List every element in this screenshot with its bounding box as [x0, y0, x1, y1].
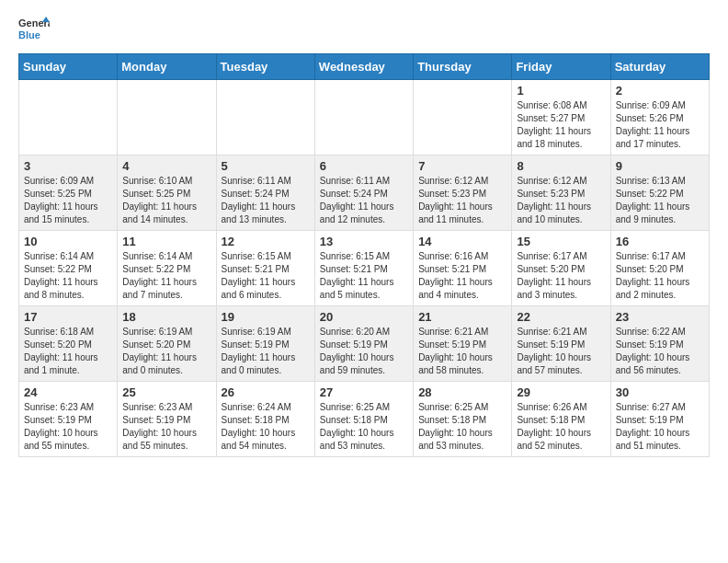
day-detail: Sunrise: 6:25 AM Sunset: 5:18 PM Dayligh…: [418, 401, 506, 453]
day-number: 2: [616, 84, 704, 98]
day-number: 19: [222, 310, 310, 324]
day-number: 20: [320, 310, 408, 324]
calendar-table: SundayMondayTuesdayWednesdayThursdayFrid…: [18, 53, 710, 457]
day-detail: Sunrise: 6:19 AM Sunset: 5:19 PM Dayligh…: [222, 326, 310, 377]
calendar-week-row: 1Sunrise: 6:08 AM Sunset: 5:27 PM Daylig…: [19, 80, 710, 155]
calendar-cell: 22Sunrise: 6:21 AM Sunset: 5:19 PM Dayli…: [512, 306, 610, 382]
day-detail: Sunrise: 6:21 AM Sunset: 5:19 PM Dayligh…: [517, 326, 605, 377]
calendar-cell: [19, 80, 118, 155]
calendar-cell: 2Sunrise: 6:09 AM Sunset: 5:26 PM Daylig…: [610, 80, 709, 155]
day-detail: Sunrise: 6:09 AM Sunset: 5:26 PM Dayligh…: [616, 99, 704, 151]
day-number: 15: [517, 235, 605, 248]
day-detail: Sunrise: 6:09 AM Sunset: 5:25 PM Dayligh…: [24, 175, 112, 226]
day-number: 6: [320, 159, 408, 173]
weekday-header-monday: Monday: [118, 54, 216, 80]
day-number: 10: [24, 235, 112, 248]
calendar-cell: 7Sunrise: 6:12 AM Sunset: 5:23 PM Daylig…: [414, 155, 512, 231]
calendar-week-row: 24Sunrise: 6:23 AM Sunset: 5:19 PM Dayli…: [19, 382, 710, 457]
day-detail: Sunrise: 6:08 AM Sunset: 5:27 PM Dayligh…: [517, 99, 605, 151]
calendar-cell: 24Sunrise: 6:23 AM Sunset: 5:19 PM Dayli…: [19, 382, 118, 457]
calendar-cell: 28Sunrise: 6:25 AM Sunset: 5:18 PM Dayli…: [414, 382, 512, 457]
calendar-cell: [314, 80, 413, 155]
day-detail: Sunrise: 6:21 AM Sunset: 5:19 PM Dayligh…: [418, 326, 506, 377]
day-detail: Sunrise: 6:12 AM Sunset: 5:23 PM Dayligh…: [517, 175, 605, 226]
day-number: 13: [320, 235, 408, 248]
day-detail: Sunrise: 6:27 AM Sunset: 5:19 PM Dayligh…: [616, 401, 704, 453]
day-number: 16: [616, 235, 704, 248]
calendar-cell: 19Sunrise: 6:19 AM Sunset: 5:19 PM Dayli…: [216, 306, 314, 382]
calendar-cell: [118, 80, 216, 155]
calendar-week-row: 3Sunrise: 6:09 AM Sunset: 5:25 PM Daylig…: [19, 155, 710, 231]
calendar-cell: 16Sunrise: 6:17 AM Sunset: 5:20 PM Dayli…: [610, 231, 709, 306]
svg-text:Blue: Blue: [18, 29, 40, 40]
calendar-cell: 11Sunrise: 6:14 AM Sunset: 5:22 PM Dayli…: [118, 231, 216, 306]
calendar-cell: 18Sunrise: 6:19 AM Sunset: 5:20 PM Dayli…: [118, 306, 216, 382]
calendar-cell: 21Sunrise: 6:21 AM Sunset: 5:19 PM Dayli…: [414, 306, 512, 382]
weekday-header-tuesday: Tuesday: [216, 54, 314, 80]
day-detail: Sunrise: 6:26 AM Sunset: 5:18 PM Dayligh…: [517, 401, 605, 453]
weekday-header-saturday: Saturday: [610, 54, 709, 80]
day-detail: Sunrise: 6:12 AM Sunset: 5:23 PM Dayligh…: [418, 175, 506, 226]
day-number: 21: [418, 310, 506, 324]
day-detail: Sunrise: 6:13 AM Sunset: 5:22 PM Dayligh…: [616, 175, 704, 226]
day-number: 9: [616, 159, 704, 173]
day-detail: Sunrise: 6:15 AM Sunset: 5:21 PM Dayligh…: [320, 250, 408, 302]
day-number: 26: [222, 385, 310, 399]
day-number: 27: [320, 385, 408, 399]
weekday-header-sunday: Sunday: [19, 54, 118, 80]
calendar-cell: 8Sunrise: 6:12 AM Sunset: 5:23 PM Daylig…: [512, 155, 610, 231]
calendar-cell: 20Sunrise: 6:20 AM Sunset: 5:19 PM Dayli…: [314, 306, 413, 382]
day-detail: Sunrise: 6:24 AM Sunset: 5:18 PM Dayligh…: [222, 401, 310, 453]
day-detail: Sunrise: 6:17 AM Sunset: 5:20 PM Dayligh…: [616, 250, 704, 302]
day-number: 1: [517, 84, 605, 98]
day-detail: Sunrise: 6:19 AM Sunset: 5:20 PM Dayligh…: [122, 326, 210, 377]
calendar-cell: 27Sunrise: 6:25 AM Sunset: 5:18 PM Dayli…: [314, 382, 413, 457]
calendar-cell: 12Sunrise: 6:15 AM Sunset: 5:21 PM Dayli…: [216, 231, 314, 306]
calendar-cell: 5Sunrise: 6:11 AM Sunset: 5:24 PM Daylig…: [216, 155, 314, 231]
day-number: 29: [517, 385, 605, 399]
day-number: 24: [24, 385, 112, 399]
calendar-cell: 17Sunrise: 6:18 AM Sunset: 5:20 PM Dayli…: [19, 306, 118, 382]
calendar-week-row: 10Sunrise: 6:14 AM Sunset: 5:22 PM Dayli…: [19, 231, 710, 306]
calendar-cell: 4Sunrise: 6:10 AM Sunset: 5:25 PM Daylig…: [118, 155, 216, 231]
weekday-header-row: SundayMondayTuesdayWednesdayThursdayFrid…: [19, 54, 710, 80]
calendar-cell: 10Sunrise: 6:14 AM Sunset: 5:22 PM Dayli…: [19, 231, 118, 306]
day-number: 17: [24, 310, 112, 324]
weekday-header-thursday: Thursday: [414, 54, 512, 80]
calendar-cell: 13Sunrise: 6:15 AM Sunset: 5:21 PM Dayli…: [314, 231, 413, 306]
day-number: 22: [517, 310, 605, 324]
day-number: 8: [517, 159, 605, 173]
day-number: 25: [122, 385, 210, 399]
day-detail: Sunrise: 6:15 AM Sunset: 5:21 PM Dayligh…: [222, 250, 310, 302]
day-detail: Sunrise: 6:20 AM Sunset: 5:19 PM Dayligh…: [320, 326, 408, 377]
calendar-cell: 9Sunrise: 6:13 AM Sunset: 5:22 PM Daylig…: [610, 155, 709, 231]
calendar-cell: 23Sunrise: 6:22 AM Sunset: 5:19 PM Dayli…: [610, 306, 709, 382]
day-number: 4: [122, 159, 210, 173]
day-detail: Sunrise: 6:23 AM Sunset: 5:19 PM Dayligh…: [24, 401, 112, 453]
calendar-cell: 3Sunrise: 6:09 AM Sunset: 5:25 PM Daylig…: [19, 155, 118, 231]
day-number: 7: [418, 159, 506, 173]
day-number: 11: [122, 235, 210, 248]
calendar-cell: 14Sunrise: 6:16 AM Sunset: 5:21 PM Dayli…: [414, 231, 512, 306]
day-detail: Sunrise: 6:11 AM Sunset: 5:24 PM Dayligh…: [222, 175, 310, 226]
day-number: 12: [222, 235, 310, 248]
calendar-cell: 1Sunrise: 6:08 AM Sunset: 5:27 PM Daylig…: [512, 80, 610, 155]
day-detail: Sunrise: 6:11 AM Sunset: 5:24 PM Dayligh…: [320, 175, 408, 226]
calendar-cell: 30Sunrise: 6:27 AM Sunset: 5:19 PM Dayli…: [610, 382, 709, 457]
calendar-cell: [414, 80, 512, 155]
logo-svg: General Blue: [18, 15, 50, 46]
day-detail: Sunrise: 6:17 AM Sunset: 5:20 PM Dayligh…: [517, 250, 605, 302]
day-detail: Sunrise: 6:22 AM Sunset: 5:19 PM Dayligh…: [616, 326, 704, 377]
day-detail: Sunrise: 6:18 AM Sunset: 5:20 PM Dayligh…: [24, 326, 112, 377]
day-detail: Sunrise: 6:16 AM Sunset: 5:21 PM Dayligh…: [418, 250, 506, 302]
calendar-cell: 29Sunrise: 6:26 AM Sunset: 5:18 PM Dayli…: [512, 382, 610, 457]
weekday-header-friday: Friday: [512, 54, 610, 80]
day-number: 5: [222, 159, 310, 173]
day-number: 30: [616, 385, 704, 399]
day-number: 18: [122, 310, 210, 324]
calendar-cell: 6Sunrise: 6:11 AM Sunset: 5:24 PM Daylig…: [314, 155, 413, 231]
day-number: 3: [24, 159, 112, 173]
calendar-cell: 26Sunrise: 6:24 AM Sunset: 5:18 PM Dayli…: [216, 382, 314, 457]
logo: General Blue: [18, 15, 50, 46]
calendar-cell: [216, 80, 314, 155]
